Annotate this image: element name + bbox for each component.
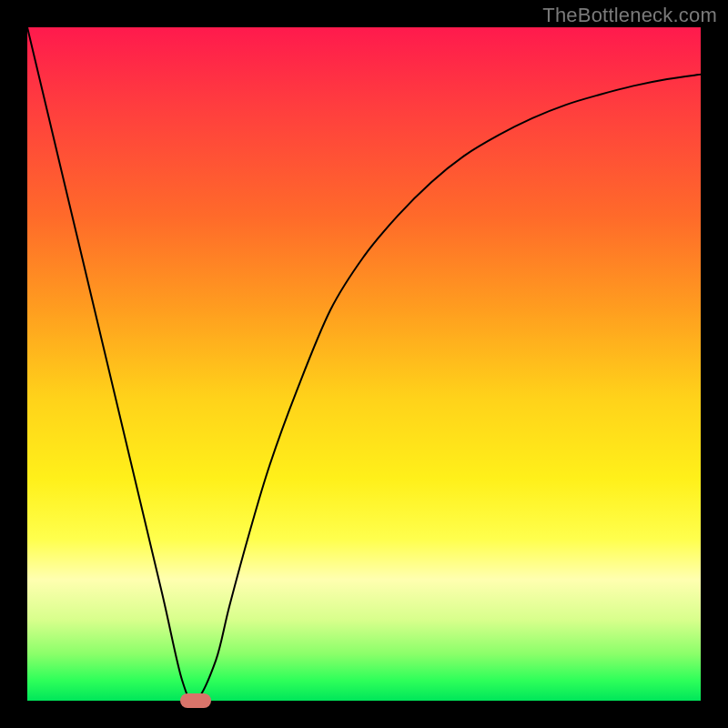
curve-svg	[27, 27, 701, 701]
optimal-marker	[180, 693, 211, 708]
watermark-text: TheBottleneck.com	[542, 4, 717, 27]
bottleneck-curve	[27, 27, 701, 701]
chart-container: TheBottleneck.com	[0, 0, 728, 728]
plot-area	[27, 27, 701, 701]
